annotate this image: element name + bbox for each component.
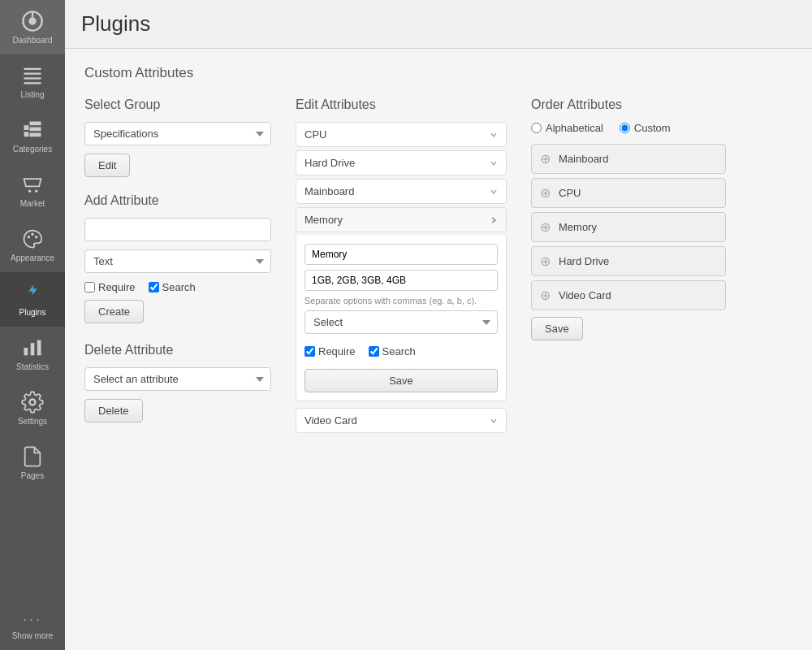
require-checkbox-label[interactable]: Require (84, 281, 136, 293)
order-item-memory[interactable]: ⊕ Memory (531, 212, 726, 242)
delete-attribute-header: Delete Attribute (84, 343, 271, 358)
memory-name-input[interactable] (304, 244, 498, 265)
drag-handle-videocard: ⊕ (540, 288, 551, 303)
select-group-row: Specifications General Details (84, 122, 271, 145)
show-more-button[interactable]: ··· Show more (0, 601, 65, 650)
sidebar-item-statistics[interactable]: Statistics (0, 327, 65, 381)
order-save-row: Save (531, 317, 726, 340)
search-checkbox[interactable] (149, 282, 159, 292)
require-checkbox[interactable] (84, 282, 95, 292)
attr-label-harddrive: Hard Drive (304, 157, 490, 169)
order-item-cpu[interactable]: ⊕ CPU (531, 178, 726, 208)
sidebar-item-pages[interactable]: Pages (0, 436, 65, 490)
sidebar-item-plugins[interactable]: Plugins (0, 272, 65, 327)
appearance-icon (21, 228, 44, 250)
sidebar-item-listing[interactable]: Listing (0, 54, 65, 109)
attr-item-memory[interactable]: Memory (296, 207, 507, 232)
svg-point-7 (28, 189, 32, 193)
dashboard-icon (21, 10, 44, 32)
columns-layout: Select Group Specifications General Deta… (84, 98, 793, 433)
alphabetical-radio-label[interactable]: Alphabetical (531, 122, 603, 134)
memory-options-input[interactable] (304, 270, 498, 291)
attr-label-mainboard: Mainboard (304, 185, 490, 197)
attr-label-memory: Memory (304, 214, 490, 226)
statistics-icon (21, 336, 44, 359)
categories-icon (21, 119, 44, 141)
add-attr-checkboxes: Require Search (84, 281, 271, 293)
listing-icon (21, 64, 44, 87)
delete-attr-select-row: Select an attribute (84, 367, 271, 391)
memory-search-label[interactable]: Search (369, 345, 416, 358)
attr-label-cpu: CPU (304, 128, 490, 141)
sidebar-item-dashboard[interactable]: Dashboard (0, 0, 65, 54)
sidebar-item-market[interactable]: Market (0, 163, 65, 218)
left-column: Select Group Specifications General Deta… (84, 98, 271, 422)
delete-attribute-dropdown[interactable]: Select an attribute (84, 367, 271, 391)
drag-handle-cpu: ⊕ (540, 185, 551, 201)
chevron-down-icon (490, 188, 498, 196)
sidebar-item-categories[interactable]: Categories (0, 109, 65, 163)
order-attributes-section: Order Attributes Alphabetical Custom ⊕ M… (531, 98, 726, 340)
attribute-name-input[interactable] (84, 218, 271, 241)
order-label-cpu: CPU (559, 187, 717, 199)
svg-point-1 (28, 17, 36, 24)
order-item-mainboard[interactable]: ⊕ Mainboard (531, 144, 726, 174)
chevron-down-icon (490, 159, 498, 167)
search-checkbox-label[interactable]: Search (149, 281, 196, 293)
custom-radio[interactable] (620, 123, 630, 133)
memory-search-checkbox[interactable] (369, 346, 379, 357)
memory-checkboxes: Require Search (304, 345, 498, 358)
order-save-button[interactable]: Save (531, 317, 583, 340)
attr-item-videocard[interactable]: Video Card (296, 408, 507, 433)
svg-rect-4 (24, 73, 41, 75)
chevron-down-icon (490, 417, 498, 425)
svg-point-10 (31, 232, 34, 236)
topbar: Plugins (65, 0, 812, 49)
svg-rect-5 (24, 77, 41, 79)
select-group-dropdown[interactable]: Specifications General Details (84, 122, 271, 145)
order-radio-row: Alphabetical Custom (531, 122, 726, 134)
order-item-harddrive[interactable]: ⊕ Hard Drive (531, 246, 726, 276)
alphabetical-radio[interactable] (531, 123, 542, 133)
settings-icon (21, 391, 44, 414)
attribute-type-dropdown[interactable]: Text Select Checkbox Radio (84, 249, 271, 273)
attr-item-mainboard[interactable]: Mainboard (296, 179, 507, 204)
order-label-videocard: Video Card (559, 289, 717, 301)
order-attributes-header: Order Attributes (531, 98, 726, 112)
market-icon (21, 173, 44, 196)
page-title: Plugins (81, 11, 796, 37)
delete-attribute-button[interactable]: Delete (84, 399, 143, 422)
drag-handle-harddrive: ⊕ (540, 254, 551, 269)
sidebar-item-appearance[interactable]: Appearance (0, 218, 65, 272)
select-group-header: Select Group (84, 98, 271, 112)
sidebar: Dashboard Listing Categories Market (0, 0, 65, 650)
edit-group-button[interactable]: Edit (84, 154, 130, 177)
memory-require-label[interactable]: Require (304, 345, 356, 358)
svg-rect-13 (31, 343, 35, 355)
plugins-icon (21, 282, 44, 305)
memory-select-dropdown[interactable]: Select Option 1 Option 2 (304, 310, 498, 334)
attribute-type-row: Text Select Checkbox Radio (84, 249, 271, 273)
svg-rect-3 (24, 68, 41, 70)
svg-point-11 (35, 236, 38, 239)
chevron-down-icon (490, 131, 498, 139)
order-item-videocard[interactable]: ⊕ Video Card (531, 280, 726, 310)
order-items-list: ⊕ Mainboard ⊕ CPU ⊕ Memory ⊕ Hard Drive (531, 144, 726, 310)
memory-options-hint: Separate options with commas (eg. a, b, … (304, 296, 498, 306)
attribute-list: CPU Hard Drive Mainboard (296, 122, 507, 433)
memory-require-checkbox[interactable] (304, 346, 315, 357)
order-label-memory: Memory (559, 221, 717, 233)
custom-radio-label[interactable]: Custom (620, 122, 671, 134)
memory-save-button[interactable]: Save (304, 369, 498, 392)
content-area: Custom Attributes Select Group Specifica… (65, 49, 812, 650)
main-area: Plugins Custom Attributes Select Group S… (65, 0, 812, 650)
chevron-right-icon (490, 216, 498, 224)
attr-item-harddrive[interactable]: Hard Drive (296, 150, 507, 176)
create-attribute-button[interactable]: Create (84, 300, 144, 323)
sidebar-item-settings[interactable]: Settings (0, 381, 65, 436)
select-group-section: Select Group Specifications General Deta… (84, 98, 271, 177)
attr-item-cpu[interactable]: CPU (296, 122, 507, 147)
order-label-mainboard: Mainboard (559, 153, 717, 165)
svg-point-15 (30, 400, 36, 405)
section-title: Custom Attributes (84, 65, 793, 81)
